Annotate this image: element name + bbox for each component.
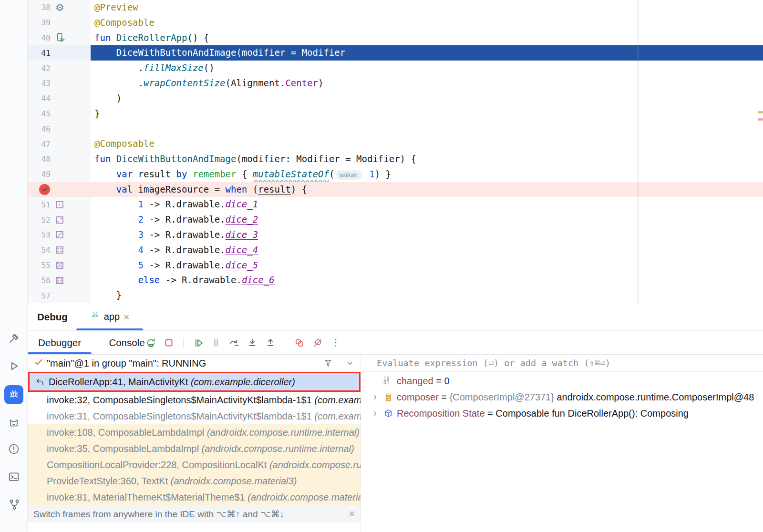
code-text[interactable]: 4 -> R.drawable.dice_4 <box>91 243 763 258</box>
session-tab-app[interactable]: app × <box>76 303 143 330</box>
tool-window-button-run[interactable] <box>4 358 23 377</box>
code-line-44[interactable]: 44 ) <box>28 91 763 106</box>
gutter[interactable]: 57 <box>28 288 91 303</box>
line-number[interactable]: 38 <box>28 3 51 12</box>
close-icon[interactable]: × <box>349 509 355 519</box>
pause-button[interactable] <box>210 337 222 349</box>
code-line-54[interactable]: 54⚃ 4 -> R.drawable.dice_4 <box>28 243 763 258</box>
drawable-preview-icon[interactable]: ⚃ <box>55 245 64 255</box>
stop-button[interactable] <box>163 337 175 349</box>
code-line-46[interactable]: 46 <box>28 121 763 136</box>
code-editor[interactable]: 38⚙@Preview39@Composable40fun DiceRoller… <box>28 0 763 303</box>
stack-frame-row[interactable]: invoke:32, ComposableSingletons$MainActi… <box>28 392 361 408</box>
code-text[interactable]: else -> R.drawable.dice_6 <box>91 273 763 288</box>
gutter[interactable]: 56⚅ <box>28 273 91 288</box>
line-number[interactable]: 39 <box>28 18 51 27</box>
code-text[interactable]: fun DiceWithButtonAndImage(modifier: Mod… <box>91 152 763 167</box>
code-text[interactable]: 1 -> R.drawable.dice_1 <box>91 197 763 212</box>
line-number[interactable]: 53 <box>28 230 51 239</box>
line-number[interactable]: 45 <box>28 109 51 118</box>
gutter[interactable]: 38⚙ <box>28 0 91 15</box>
drawable-preview-icon[interactable]: ⚄ <box>55 260 64 270</box>
gutter[interactable]: 46 <box>28 121 91 136</box>
code-text[interactable]: 5 -> R.drawable.dice_5 <box>91 258 763 273</box>
code-line-56[interactable]: 56⚅ else -> R.drawable.dice_6 <box>28 273 763 288</box>
tool-window-button-debug[interactable] <box>4 385 23 404</box>
line-number[interactable]: 44 <box>28 94 51 103</box>
gutter[interactable]: 41 <box>28 45 91 61</box>
tab-debugger[interactable]: Debugger <box>28 331 92 355</box>
tool-window-button-build[interactable] <box>4 330 23 349</box>
gutter[interactable]: 55⚄ <box>28 258 91 273</box>
line-number[interactable]: 47 <box>28 140 51 149</box>
drawable-preview-icon[interactable]: ⚂ <box>55 230 64 240</box>
code-line-55[interactable]: 55⚄ 5 -> R.drawable.dice_5 <box>28 258 763 273</box>
stack-frame-row[interactable]: invoke:35, ComposableLambdaImpl (android… <box>28 440 361 457</box>
code-line-41[interactable]: 41 DiceWithButtonAndImage(modifier = Mod… <box>28 45 763 61</box>
gutter[interactable]: 51⚀ <box>28 197 91 212</box>
stack-frame-row[interactable]: invoke:31, ComposableSingletons$MainActi… <box>28 408 361 424</box>
watch-row-recomposition-state[interactable]: Recomposition State = Composable fun Dic… <box>361 405 763 421</box>
drawable-preview-icon[interactable]: ⚀ <box>55 200 64 210</box>
code-line-49[interactable]: 49 var result by remember { mutableState… <box>28 167 763 182</box>
line-number[interactable]: 55 <box>28 261 51 270</box>
line-number[interactable]: 52 <box>28 215 51 225</box>
line-number[interactable]: 56 <box>28 276 51 285</box>
code-line-50[interactable]: val imageResource = when (result) { <box>28 182 763 197</box>
code-line-57[interactable]: 57 } <box>28 288 763 303</box>
stack-frame-row[interactable]: invoke:108, ComposableLambdaImpl (androi… <box>28 424 361 440</box>
tool-window-button-terminal[interactable] <box>4 468 23 487</box>
tool-window-button-logcat[interactable] <box>4 413 23 432</box>
code-text[interactable]: ) <box>91 91 763 106</box>
code-text[interactable]: .fillMaxSize() <box>91 61 763 76</box>
tool-window-button-version-control[interactable] <box>4 496 23 515</box>
code-line-40[interactable]: 40fun DiceRollerApp() { <box>28 31 763 46</box>
line-number[interactable]: 48 <box>28 154 51 164</box>
filter-icon[interactable] <box>323 358 333 368</box>
gutter[interactable]: 52⚁ <box>28 212 91 227</box>
stack-frame-row[interactable]: invoke:81, MaterialThemeKt$MaterialTheme… <box>28 489 361 505</box>
gutter[interactable]: 45 <box>28 106 91 122</box>
drawable-preview-icon[interactable]: ⚁ <box>55 215 64 225</box>
line-number[interactable]: 54 <box>28 246 51 255</box>
step-over-button[interactable] <box>228 337 240 349</box>
line-number[interactable]: 41 <box>28 49 51 58</box>
gear-icon[interactable]: ⚙ <box>55 2 64 12</box>
code-line-43[interactable]: 43 .wrapContentSize(Alignment.Center) <box>28 76 763 91</box>
watch-row-composer[interactable]: composer = {ComposerImpl@27371} androidx… <box>361 389 763 405</box>
line-number[interactable]: 43 <box>28 79 51 88</box>
gutter[interactable]: 47 <box>28 136 91 152</box>
tab-console[interactable]: Console <box>98 331 155 355</box>
drawable-preview-icon[interactable]: ⚅ <box>55 276 64 286</box>
tool-window-button-problems[interactable] <box>4 440 23 460</box>
mute-breakpoints-button[interactable] <box>311 337 324 349</box>
expand-chevron-icon[interactable] <box>371 409 383 418</box>
code-line-39[interactable]: 39@Composable <box>28 15 763 31</box>
gutter[interactable]: 43 <box>28 76 91 91</box>
code-text[interactable]: @Preview <box>91 0 763 15</box>
close-icon[interactable]: × <box>124 312 129 322</box>
code-text[interactable]: } <box>91 288 763 303</box>
resume-button[interactable] <box>192 337 204 349</box>
code-text[interactable]: var result by remember { mutableStateOf(… <box>91 167 763 182</box>
evaluate-expression-input[interactable]: Evaluate expression (⏎) or add a watch (… <box>361 355 763 372</box>
code-line-48[interactable]: 48fun DiceWithButtonAndImage(modifier: M… <box>28 152 763 167</box>
run-preview-icon[interactable] <box>55 32 66 43</box>
code-line-51[interactable]: 51⚀ 1 -> R.drawable.dice_1 <box>28 197 763 212</box>
line-number[interactable]: 46 <box>28 124 51 133</box>
code-text[interactable]: DiceWithButtonAndImage(modifier = Modifi… <box>91 45 763 61</box>
line-number[interactable]: 57 <box>28 291 51 300</box>
stack-frame-row[interactable]: ProvideTextStyle:360, TextKt (androidx.c… <box>28 473 361 489</box>
line-number[interactable]: 40 <box>28 33 51 42</box>
expand-chevron-icon[interactable] <box>371 393 383 401</box>
code-line-53[interactable]: 53⚂ 3 -> R.drawable.dice_3 <box>28 227 763 243</box>
more-button[interactable] <box>330 337 342 349</box>
code-text[interactable] <box>91 121 763 136</box>
code-text[interactable]: 3 -> R.drawable.dice_3 <box>91 227 763 243</box>
gutter[interactable]: 54⚃ <box>28 243 91 258</box>
gutter[interactable] <box>28 182 91 197</box>
gutter[interactable]: 49 <box>28 167 91 182</box>
code-line-52[interactable]: 52⚁ 2 -> R.drawable.dice_2 <box>28 212 763 227</box>
gutter[interactable]: 53⚂ <box>28 227 91 243</box>
code-line-42[interactable]: 42 .fillMaxSize() <box>28 61 763 76</box>
